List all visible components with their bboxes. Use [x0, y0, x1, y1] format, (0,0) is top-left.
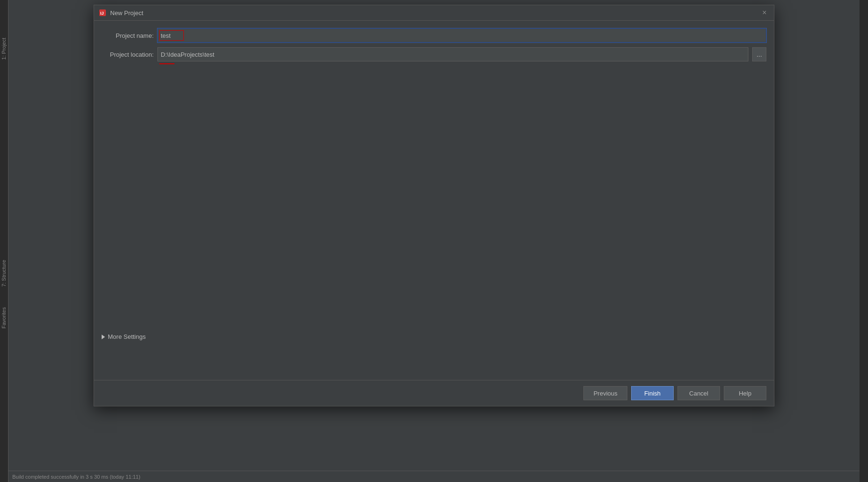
finish-button[interactable]: Finish — [631, 386, 674, 400]
help-button[interactable]: Help — [724, 386, 766, 400]
location-error-indicator — [159, 63, 174, 64]
dialog-titlebar: IJ New Project × — [94, 5, 774, 21]
browse-button[interactable]: ... — [752, 47, 766, 61]
cancel-button[interactable]: Cancel — [677, 386, 720, 400]
new-project-dialog: IJ New Project × Project name: Project l… — [94, 5, 774, 406]
project-location-input[interactable] — [157, 47, 748, 61]
project-name-label: Project name: — [102, 32, 154, 39]
dialog-title: New Project — [110, 9, 756, 17]
dialog-overlay: IJ New Project × Project name: Project l… — [0, 0, 868, 482]
project-name-row: Project name: — [102, 28, 766, 43]
project-name-input[interactable] — [157, 28, 766, 43]
more-settings-chevron-icon — [102, 335, 105, 339]
browse-ellipsis-icon: ... — [756, 51, 762, 58]
project-location-row: Project location: ... — [102, 47, 766, 61]
project-location-label: Project location: — [102, 51, 154, 58]
svg-text:IJ: IJ — [100, 11, 104, 16]
dialog-footer: Previous Finish Cancel Help — [94, 380, 774, 406]
idea-logo-icon: IJ — [99, 9, 106, 17]
project-name-input-wrapper — [157, 28, 766, 43]
more-settings-section[interactable]: More Settings — [102, 331, 146, 342]
dialog-content: Project name: Project location: ... Mor — [94, 21, 774, 380]
previous-button[interactable]: Previous — [583, 386, 627, 400]
more-settings-label: More Settings — [108, 333, 146, 340]
close-button[interactable]: × — [760, 8, 769, 17]
